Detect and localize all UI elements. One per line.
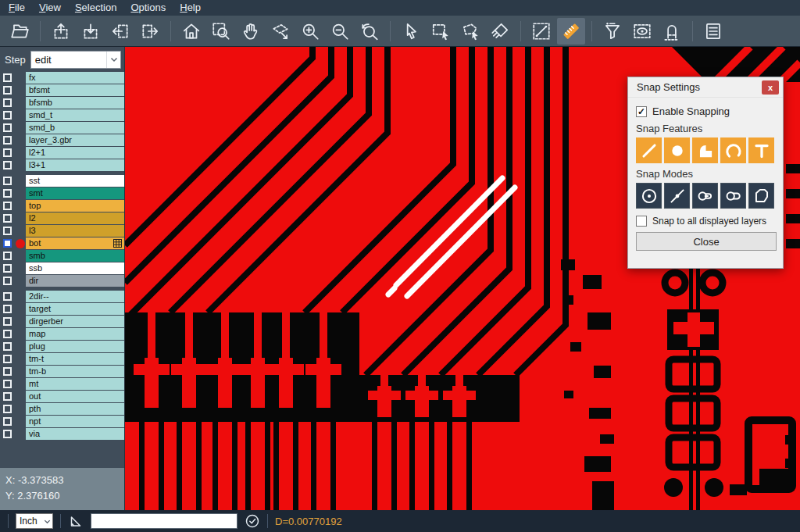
tool-select-arrow[interactable] xyxy=(397,18,425,45)
menu-item-help[interactable]: Help xyxy=(173,0,208,16)
layer-row-dir[interactable]: dir xyxy=(0,275,124,287)
layer-row-l3+1[interactable]: l3+1 xyxy=(0,159,124,171)
layer-checkbox-npt[interactable] xyxy=(3,417,12,426)
layer-checkbox-smd_t[interactable] xyxy=(3,111,12,120)
tool-select-rect[interactable] xyxy=(427,18,455,45)
layer-checkbox-l2+1[interactable] xyxy=(3,148,12,157)
layer-checkbox-via[interactable] xyxy=(3,430,12,438)
layer-row-target[interactable]: target xyxy=(0,303,124,315)
layer-row-dirgerber[interactable]: dirgerber xyxy=(0,316,124,327)
step-select[interactable]: edit xyxy=(30,51,121,69)
layer-checkbox-sst[interactable] xyxy=(3,177,12,185)
unit-select[interactable]: Inch xyxy=(16,513,53,529)
layer-checkbox-l2[interactable] xyxy=(3,214,12,223)
layer-checkbox-top[interactable] xyxy=(3,202,12,210)
layer-checkbox-pth[interactable] xyxy=(3,405,12,413)
layer-row-fx[interactable]: fx xyxy=(0,72,124,84)
layer-checkbox-2dir--[interactable] xyxy=(3,292,12,301)
tool-nudge-down[interactable] xyxy=(77,18,105,45)
layer-checkbox-out[interactable] xyxy=(3,392,12,401)
pcb-canvas[interactable]: Snap Settings x ✓ Enable Snapping Snap F… xyxy=(125,47,800,510)
layer-checkbox-tm-b[interactable] xyxy=(3,367,12,376)
tool-nudge-up[interactable] xyxy=(47,18,75,45)
layer-checkbox-smb[interactable] xyxy=(3,252,12,260)
snap-feature-line[interactable] xyxy=(636,137,662,163)
layer-row-via[interactable]: via xyxy=(0,428,124,440)
layer-checkbox-fx[interactable] xyxy=(3,73,12,82)
layer-checkbox-dir[interactable] xyxy=(3,277,12,285)
layer-checkbox-smd_b[interactable] xyxy=(3,123,12,132)
layer-checkbox-l3+1[interactable] xyxy=(3,161,12,170)
layer-row-ssb[interactable]: ssb xyxy=(0,262,124,274)
tool-zoom-out[interactable] xyxy=(326,18,354,45)
menu-item-view[interactable]: View xyxy=(32,0,68,16)
snap-mode-slot[interactable] xyxy=(720,183,746,209)
snap-all-layers-checkbox[interactable] xyxy=(636,216,647,227)
tool-select-poly[interactable] xyxy=(456,18,484,45)
tool-transform[interactable] xyxy=(266,18,295,45)
layer-checkbox-bfsmt[interactable] xyxy=(3,86,12,95)
layer-checkbox-l3[interactable] xyxy=(3,227,12,235)
layer-checkbox-dirgerber[interactable] xyxy=(3,317,12,326)
layer-checkbox-bot[interactable] xyxy=(3,239,12,248)
tool-filter[interactable] xyxy=(598,18,627,45)
snap-mode-outline[interactable] xyxy=(748,183,774,209)
layer-row-map[interactable]: map xyxy=(0,328,124,340)
snap-feature-text[interactable] xyxy=(748,137,774,163)
enable-snapping-checkbox[interactable]: ✓ xyxy=(636,106,647,117)
layer-row-sst[interactable]: sst xyxy=(0,175,124,187)
snap-mode-center[interactable] xyxy=(636,183,662,209)
layer-checkbox-ssb[interactable] xyxy=(3,264,12,273)
layer-row-bot[interactable]: bot xyxy=(0,237,124,249)
layer-checkbox-target[interactable] xyxy=(3,305,12,313)
layer-checkbox-plug[interactable] xyxy=(3,342,12,351)
layer-row-top[interactable]: top xyxy=(0,200,124,212)
menu-item-options[interactable]: Options xyxy=(123,0,173,16)
layer-row-bfsmt[interactable]: bfsmt xyxy=(0,84,124,96)
tool-report[interactable] xyxy=(699,18,727,45)
layer-row-npt[interactable]: npt xyxy=(0,416,124,427)
snap-feature-pad-circle[interactable] xyxy=(664,137,690,163)
layer-row-smd_b[interactable]: smd_b xyxy=(0,122,124,134)
layer-row-smt[interactable]: smt xyxy=(0,187,124,199)
snap-feature-arc[interactable] xyxy=(720,137,746,163)
tool-zoom-previous[interactable] xyxy=(355,18,384,45)
tool-zoom-area[interactable] xyxy=(207,18,235,45)
layer-row-l2[interactable]: l2 xyxy=(0,212,124,224)
layer-checkbox-tm-t[interactable] xyxy=(3,355,12,363)
tool-nudge-right[interactable] xyxy=(136,18,164,45)
close-button[interactable]: Close xyxy=(636,232,777,251)
layer-row-out[interactable]: out xyxy=(0,391,124,402)
angle-measure-icon[interactable] xyxy=(68,513,84,529)
snap-mode-slot-key[interactable] xyxy=(692,183,718,209)
layer-checkbox-smt[interactable] xyxy=(3,189,12,198)
layer-checkbox-bfsmb[interactable] xyxy=(3,98,12,107)
apply-check-icon[interactable] xyxy=(245,513,260,529)
layer-row-tm-t[interactable]: tm-t xyxy=(0,353,124,365)
tool-ruler[interactable] xyxy=(557,18,585,45)
snap-mode-midpoint[interactable] xyxy=(664,183,690,209)
tool-open-folder[interactable] xyxy=(5,18,34,45)
snap-feature-pad-surface[interactable] xyxy=(692,137,718,163)
layer-row-pth[interactable]: pth xyxy=(0,403,124,415)
tool-brush[interactable] xyxy=(486,18,514,45)
layer-row-bfsmb[interactable]: bfsmb xyxy=(0,97,124,109)
layer-row-layer_3.gbr[interactable]: layer_3.gbr xyxy=(0,134,124,146)
layer-row-smd_t[interactable]: smd_t xyxy=(0,109,124,121)
menu-item-selection[interactable]: Selection xyxy=(68,0,123,16)
tool-view-area[interactable] xyxy=(628,18,656,45)
layer-row-smb[interactable]: smb xyxy=(0,250,124,262)
tool-snap-magnet[interactable] xyxy=(658,18,686,45)
layer-row-plug[interactable]: plug xyxy=(0,341,124,352)
measure-input[interactable] xyxy=(91,513,238,529)
layer-row-2dir--[interactable]: 2dir-- xyxy=(0,291,124,302)
layer-row-l3[interactable]: l3 xyxy=(0,225,124,237)
menu-item-file[interactable]: File xyxy=(2,0,32,16)
layer-checkbox-layer_3.gbr[interactable] xyxy=(3,136,12,145)
layer-checkbox-mt[interactable] xyxy=(3,380,12,388)
dialog-close-icon[interactable]: x xyxy=(762,80,779,95)
tool-zoom-in[interactable] xyxy=(296,18,324,45)
layer-row-l2+1[interactable]: l2+1 xyxy=(0,147,124,159)
tool-nudge-left[interactable] xyxy=(106,18,134,45)
layer-row-tm-b[interactable]: tm-b xyxy=(0,366,124,377)
